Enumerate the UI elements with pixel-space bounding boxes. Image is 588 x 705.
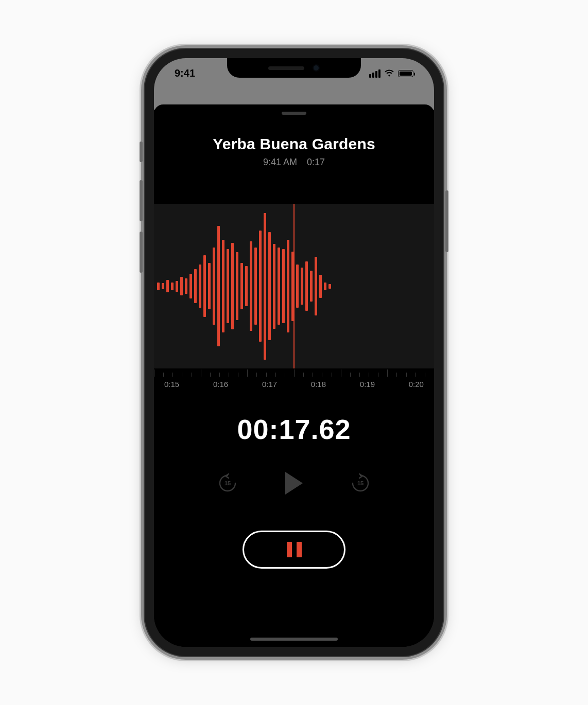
mute-switch[interactable] xyxy=(140,142,143,162)
sheet-grabber[interactable] xyxy=(282,112,306,115)
recording-time-of-day: 9:41 AM xyxy=(263,157,297,167)
notch xyxy=(227,58,361,78)
time-ruler xyxy=(154,369,434,377)
skip-forward-button[interactable]: 15 xyxy=(349,472,372,495)
earpiece xyxy=(268,66,304,70)
time-tick: 0:18 xyxy=(311,380,326,389)
recording-duration: 0:17 xyxy=(307,157,325,167)
pause-button[interactable] xyxy=(243,531,345,569)
pause-icon xyxy=(287,542,292,557)
screen: 9:41 Yerba Buena Gardens 9:41 AM 0:17 xyxy=(154,58,434,647)
skip-back-seconds: 15 xyxy=(224,480,231,486)
play-button[interactable] xyxy=(285,472,303,495)
time-tick: 0:15 xyxy=(164,380,179,389)
pause-icon xyxy=(297,542,302,557)
side-button[interactable] xyxy=(445,190,448,252)
transport-controls: 15 15 xyxy=(154,472,434,495)
waveform-area[interactable]: 0:150:160:170:180:190:20 xyxy=(154,204,434,389)
recording-title[interactable]: Yerba Buena Gardens xyxy=(154,135,434,153)
volume-up-button[interactable] xyxy=(140,180,143,221)
time-tick: 0:17 xyxy=(262,380,277,389)
skip-back-button[interactable]: 15 xyxy=(216,472,239,495)
wifi-icon xyxy=(384,69,394,77)
elapsed-time: 00:17.62 xyxy=(154,413,434,445)
cellular-signal-icon xyxy=(369,69,381,78)
skip-forward-seconds: 15 xyxy=(357,480,364,486)
home-indicator[interactable] xyxy=(250,638,338,641)
battery-icon xyxy=(398,70,413,77)
recording-subtitle: 9:41 AM 0:17 xyxy=(154,157,434,168)
time-tick: 0:16 xyxy=(213,380,228,389)
device-frame: 9:41 Yerba Buena Gardens 9:41 AM 0:17 xyxy=(145,49,443,656)
playhead[interactable] xyxy=(293,204,295,368)
recording-sheet: Yerba Buena Gardens 9:41 AM 0:17 0:150:1… xyxy=(154,104,434,647)
time-tick-labels: 0:150:160:170:180:190:20 xyxy=(154,377,434,389)
status-time: 9:41 xyxy=(175,67,195,79)
front-camera xyxy=(313,64,320,72)
volume-down-button[interactable] xyxy=(140,232,143,273)
time-tick: 0:19 xyxy=(360,380,375,389)
time-tick: 0:20 xyxy=(409,380,424,389)
